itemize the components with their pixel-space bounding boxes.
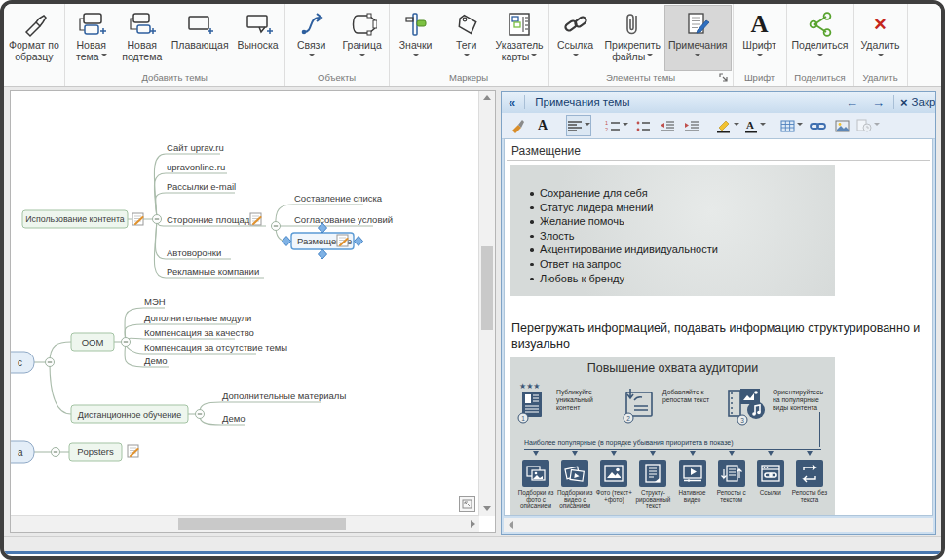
relationships-button[interactable]: Связи — [286, 5, 337, 71]
vertical-scrollbar[interactable] — [478, 91, 495, 516]
topic-funnels[interactable]: Автоворонки — [167, 247, 221, 258]
content-type-video-sets: Подборки из видео с описанием — [555, 451, 594, 509]
collapse-toggle[interactable] — [52, 448, 60, 457]
note-image-infographic[interactable]: Повышение охвата аудитории ★★★ 1 — [510, 357, 835, 516]
insert-table-button[interactable] — [779, 115, 804, 136]
collapse-toggle[interactable] — [196, 410, 205, 419]
tags-button[interactable]: Теги — [441, 5, 492, 71]
note-icon[interactable] — [128, 445, 138, 457]
icons-button[interactable]: Значки — [391, 5, 441, 71]
svg-text:OOM: OOM — [82, 337, 104, 348]
topic-comp-no-topic[interactable]: Компенсация за отсутствие темы — [144, 342, 287, 353]
note-icon[interactable] — [250, 213, 261, 225]
numbered-list-button[interactable]: 12 — [604, 115, 629, 136]
topic-modules[interactable]: Дополнительные модули — [144, 313, 251, 323]
ribbon: Формат по образцу Новая тема Новая подте… — [4, 4, 941, 87]
share-button[interactable]: Поделиться — [788, 5, 852, 71]
align-button[interactable] — [566, 115, 591, 136]
increase-indent-button[interactable] — [681, 115, 702, 136]
topic-terms[interactable]: Согласование условий — [294, 214, 393, 225]
button-label: Поделиться — [792, 40, 849, 52]
font-color-button[interactable]: A — [743, 115, 767, 136]
format-painter-button[interactable]: Формат по образцу — [5, 5, 63, 71]
topic-placement-selected[interactable]: Размещение — [283, 223, 363, 259]
drag-handle-bottom[interactable] — [319, 249, 327, 259]
horizontal-scrollbar[interactable] — [11, 515, 479, 532]
font-button[interactable]: A — [532, 115, 553, 136]
topic-materials[interactable]: Дополнительные материалы — [222, 391, 346, 401]
button-label: файлы — [612, 52, 653, 63]
topic-popsters[interactable]: Popsters — [69, 443, 138, 461]
callout-button[interactable]: Выноска — [233, 5, 284, 71]
ribbon-group-font: A Шрифт Шрифт — [734, 4, 787, 86]
format-brush-button[interactable] — [508, 115, 529, 136]
svg-text:Сайт uprav.ru: Сайт uprav.ru — [167, 142, 224, 153]
indent-icon — [684, 120, 699, 131]
topic-site[interactable]: Сайт uprav.ru — [167, 142, 224, 153]
new-subtopic-button[interactable]: Новая подтема — [117, 5, 168, 71]
down-arrow-icon — [533, 451, 539, 459]
collapse-toggle[interactable] — [272, 222, 281, 231]
highlight-button[interactable] — [715, 115, 740, 136]
notes-editor-toolbar: A 12 A — [502, 113, 935, 139]
drag-handle-right[interactable] — [355, 237, 363, 246]
horizontal-scroll-thumb[interactable] — [178, 518, 346, 530]
drag-handle-left[interactable] — [283, 237, 291, 246]
map-index-button[interactable]: Указатель карты — [492, 5, 548, 71]
topic-root-content-usage[interactable]: Использование контента — [22, 210, 143, 228]
topic-oom[interactable]: OOM — [71, 333, 114, 351]
dropdown-arrow-icon — [464, 54, 470, 59]
attach-files-button[interactable]: Прикрепить файлы — [601, 5, 664, 71]
scroll-up-icon[interactable] — [483, 95, 491, 100]
vertical-scroll-thumb[interactable] — [481, 246, 493, 330]
topic-root-edge2[interactable]: а — [11, 441, 34, 463]
close-panel-button[interactable]: × Закрыть — [896, 95, 935, 110]
topic-distance-learning[interactable]: Дистанционное обучение — [71, 405, 188, 423]
note-icon[interactable] — [132, 213, 143, 225]
next-note-icon[interactable]: → — [865, 95, 891, 110]
topic-ads[interactable]: Рекламные компании — [167, 266, 259, 277]
topic-email[interactable]: Рассылки e-mail — [167, 181, 236, 192]
topic-upravonline[interactable]: upravonline.ru — [167, 162, 225, 172]
topic-comp-quality[interactable]: Компенсация за качество — [144, 327, 254, 338]
dialog-launcher-icon[interactable] — [719, 73, 729, 87]
collapse-toggle[interactable] — [46, 358, 55, 367]
collapse-toggle[interactable] — [153, 215, 162, 224]
boundary-button[interactable]: Граница — [337, 5, 388, 71]
dropdown-arrow-icon — [797, 123, 803, 129]
scroll-left-icon[interactable] — [509, 521, 513, 529]
fit-map-button[interactable] — [459, 496, 475, 512]
note-paragraph[interactable]: Перегружать информацией, подавать информ… — [511, 320, 928, 352]
down-arrow-icon — [690, 451, 696, 459]
topic-root-edge1[interactable]: с — [11, 352, 34, 373]
notes-button[interactable]: Примечания — [664, 5, 732, 71]
scroll-right-icon[interactable] — [471, 520, 475, 528]
font-button[interactable]: A Шрифт — [735, 5, 785, 71]
insert-image-button[interactable] — [831, 115, 852, 136]
decrease-indent-button[interactable] — [657, 115, 678, 136]
new-topic-button[interactable]: Новая тема — [66, 5, 117, 71]
scroll-down-icon[interactable] — [483, 506, 491, 511]
svg-text:Согласование условий: Согласование условий — [294, 214, 393, 225]
insert-timestamp-button[interactable] — [855, 115, 881, 136]
bullet-list-button[interactable] — [632, 115, 654, 136]
collapse-toggle[interactable] — [122, 338, 131, 347]
note-image-bullet-slide[interactable]: Сохранение для себя Статус лидера мнений… — [510, 165, 835, 296]
topic-demo1[interactable]: Демо — [144, 355, 168, 366]
floating-topic-button[interactable]: Плавающая — [168, 5, 233, 71]
note-icon[interactable] — [337, 235, 348, 246]
delete-button[interactable]: × Удалить — [855, 5, 906, 71]
collapse-panel-icon[interactable]: « — [502, 95, 522, 110]
insert-link-button[interactable] — [807, 115, 828, 136]
notes-horizontal-scrollbar[interactable] — [504, 518, 933, 532]
prev-note-icon[interactable]: ← — [839, 95, 865, 110]
link-button[interactable]: Ссылка — [550, 5, 601, 71]
note-title[interactable]: Размещение — [511, 144, 581, 158]
note-editor-content[interactable]: Размещение Сохранение для себя Статус ли… — [504, 138, 933, 516]
topic-demo2[interactable]: Демо — [222, 413, 246, 424]
mind-map[interactable]: Использование контента Сайт uprav.ru upr… — [11, 91, 478, 519]
topic-third-party[interactable]: Сторонние площадки — [167, 213, 261, 225]
map-canvas[interactable]: Использование контента Сайт uprav.ru upr… — [10, 90, 496, 533]
topic-men[interactable]: МЭН — [144, 296, 166, 307]
topic-list-building[interactable]: Составление списка — [294, 193, 383, 204]
